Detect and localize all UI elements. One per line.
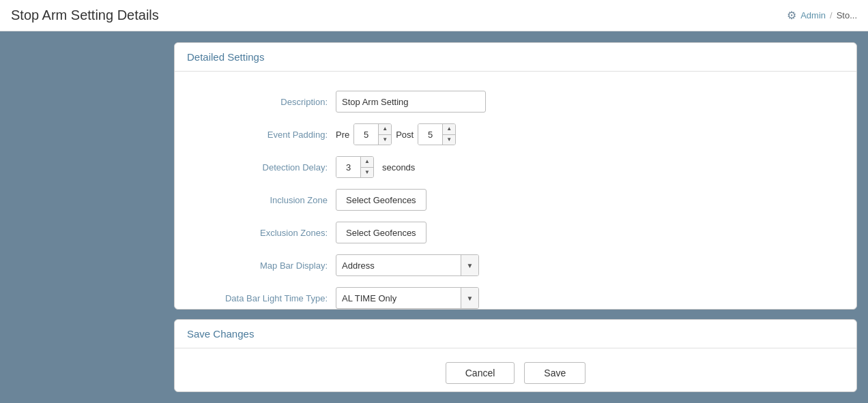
gear-icon: ⚙ <box>787 9 796 22</box>
padding-row: Pre ▲ ▼ Post <box>336 123 832 145</box>
post-label: Post <box>396 130 414 140</box>
breadcrumb: ⚙ Admin / Sto... <box>787 9 857 22</box>
event-padding-label: Event Padding: <box>195 118 332 151</box>
detection-delay-spinner: ▲ ▼ <box>336 156 374 178</box>
pre-spinner: ▲ ▼ <box>353 123 392 145</box>
post-spinner-buttons: ▲ ▼ <box>443 124 455 145</box>
page-title: Stop Arm Setting Details <box>11 8 159 23</box>
post-increment-button[interactable]: ▲ <box>443 124 455 134</box>
pre-label: Pre <box>336 130 349 140</box>
data-bar-select-wrap: AL TIME Only Custom All Day ▼ <box>336 287 479 309</box>
inclusion-zone-button[interactable]: Select Geofences <box>336 189 426 211</box>
detection-delay-label: Detection Delay: <box>195 151 332 183</box>
description-row: Description: <box>195 85 836 118</box>
save-changes-header: Save Changes <box>175 320 856 348</box>
breadcrumb-separator: / <box>830 10 833 20</box>
inclusion-zone-row: Inclusion Zone Select Geofences <box>195 183 836 216</box>
exclusion-zones-label: Exclusion Zones: <box>195 216 332 249</box>
detection-delay-control: ▲ ▼ seconds <box>332 151 836 183</box>
data-bar-chevron-down-icon: ▼ <box>461 288 478 308</box>
inclusion-zone-control: Select Geofences <box>332 183 836 216</box>
data-bar-row: Data Bar Light Time Type: AL TIME Only C… <box>195 282 836 310</box>
description-label: Description: <box>195 85 332 118</box>
event-padding-control: Pre ▲ ▼ Post <box>332 118 836 151</box>
cancel-button[interactable]: Cancel <box>446 362 515 384</box>
sidebar <box>0 31 174 403</box>
save-changes-panel: Save Changes Cancel Save <box>174 319 857 392</box>
map-bar-display-label: Map Bar Display: <box>195 249 332 282</box>
detection-delay-decrement-button[interactable]: ▼ <box>361 167 373 178</box>
description-control <box>332 85 836 118</box>
pre-spinner-buttons: ▲ ▼ <box>379 124 391 145</box>
breadcrumb-current: Sto... <box>837 10 857 20</box>
map-bar-display-control: Address Coordinates Speed ▼ <box>332 249 836 282</box>
detection-delay-increment-button[interactable]: ▲ <box>361 157 373 167</box>
data-bar-control: AL TIME Only Custom All Day ▼ <box>332 282 836 310</box>
post-spinner: ▲ ▼ <box>418 123 456 145</box>
pre-increment-button[interactable]: ▲ <box>379 124 391 134</box>
detailed-settings-panel: Detailed Settings Description: Ev <box>174 42 857 310</box>
data-bar-label: Data Bar Light Time Type: <box>195 282 332 310</box>
data-bar-select[interactable]: AL TIME Only Custom All Day <box>336 288 461 308</box>
map-bar-display-select-wrap: Address Coordinates Speed ▼ <box>336 254 479 276</box>
breadcrumb-admin[interactable]: Admin <box>800 10 826 20</box>
detection-delay-row: Detection Delay: ▲ ▼ <box>195 151 836 183</box>
top-bar: Stop Arm Setting Details ⚙ Admin / Sto..… <box>0 0 868 31</box>
pre-value-input[interactable] <box>354 124 379 145</box>
detection-delay-input[interactable] <box>336 157 361 177</box>
pre-decrement-button[interactable]: ▼ <box>379 134 391 145</box>
exclusion-zones-control: Select Geofences <box>332 216 836 249</box>
save-button[interactable]: Save <box>524 362 585 384</box>
main-layout: Detailed Settings Description: Ev <box>0 31 868 403</box>
detailed-settings-body: Description: Event Padding: Pre <box>175 72 856 310</box>
inclusion-zone-label: Inclusion Zone <box>195 183 332 216</box>
content-area: Detailed Settings Description: Ev <box>174 31 868 403</box>
detection-delay-row-inner: ▲ ▼ seconds <box>336 156 832 178</box>
detection-delay-spinner-buttons: ▲ ▼ <box>361 157 373 177</box>
save-changes-body: Cancel Save <box>175 348 856 392</box>
exclusion-zones-row: Exclusion Zones: Select Geofences <box>195 216 836 249</box>
detailed-settings-header: Detailed Settings <box>175 43 856 72</box>
map-bar-display-chevron-down-icon: ▼ <box>461 255 478 275</box>
seconds-label: seconds <box>382 162 415 173</box>
map-bar-display-select[interactable]: Address Coordinates Speed <box>336 255 461 275</box>
map-bar-display-row: Map Bar Display: Address Coordinates Spe… <box>195 249 836 282</box>
form-table: Description: Event Padding: Pre <box>195 85 836 310</box>
description-input[interactable] <box>336 91 486 113</box>
post-decrement-button[interactable]: ▼ <box>443 134 455 145</box>
event-padding-row: Event Padding: Pre ▲ ▼ <box>195 118 836 151</box>
exclusion-zones-button[interactable]: Select Geofences <box>336 222 426 243</box>
post-value-input[interactable] <box>418 124 443 145</box>
